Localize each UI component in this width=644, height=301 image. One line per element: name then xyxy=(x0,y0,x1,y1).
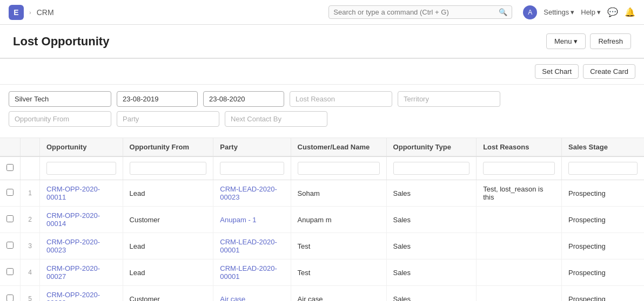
main-content: Set Chart Create Card Opportunity Opp xyxy=(0,58,644,301)
row-party[interactable]: Air case xyxy=(213,286,291,302)
table-row: 2 CRM-OPP-2020-00014 Customer Anupam - 1… xyxy=(0,207,644,233)
row-lost-reasons: Test, lost_reason is this xyxy=(477,180,562,207)
page-title: Lost Opportunity xyxy=(13,35,109,49)
table-row: 5 CRM-OPP-2020-00029 Customer Air case A… xyxy=(0,286,644,302)
filter-row-2 xyxy=(9,111,635,127)
row-opp-type: Sales xyxy=(386,180,477,207)
row-opportunity[interactable]: CRM-OPP-2020-00011 xyxy=(40,180,123,207)
party-filter[interactable] xyxy=(117,111,219,127)
filters-section xyxy=(0,85,644,138)
opp-search[interactable] xyxy=(46,162,116,175)
row-party[interactable]: Anupam - 1 xyxy=(213,207,291,233)
filter-row-1 xyxy=(9,91,635,107)
table-filter-row xyxy=(0,156,644,180)
row-checkbox[interactable] xyxy=(0,233,21,259)
refresh-button[interactable]: Refresh xyxy=(590,33,631,49)
row-sales-stage: Prospecting xyxy=(561,180,644,207)
col-party[interactable]: Party xyxy=(213,138,291,156)
row-party[interactable]: CRM-LEAD-2020-00001 xyxy=(213,259,291,286)
notification-icon[interactable]: 🔔 xyxy=(625,7,635,17)
table-container: Opportunity Opportunity From Party Custo… xyxy=(0,138,644,301)
row-select[interactable] xyxy=(6,295,14,301)
table-row: 4 CRM-OPP-2020-00027 Lead CRM-LEAD-2020-… xyxy=(0,259,644,286)
row-select[interactable] xyxy=(6,268,14,275)
filter-num xyxy=(21,156,40,180)
row-lost-reasons xyxy=(477,233,562,259)
territory-filter[interactable] xyxy=(398,91,500,107)
col-num xyxy=(21,138,40,156)
filter-party-input[interactable] xyxy=(213,156,291,180)
col-opp-from[interactable]: Opportunity From xyxy=(123,138,213,156)
row-select[interactable] xyxy=(6,215,14,222)
create-card-button[interactable]: Create Card xyxy=(583,64,635,79)
row-opp-type: Sales xyxy=(386,233,477,259)
opp-from-search[interactable] xyxy=(130,162,207,175)
row-opp-type: Sales xyxy=(386,259,477,286)
toolbar-row: Set Chart Create Card xyxy=(0,59,644,85)
row-opportunity[interactable]: CRM-OPP-2020-00023 xyxy=(40,233,123,259)
row-opportunity[interactable]: CRM-OPP-2020-00014 xyxy=(40,207,123,233)
row-select[interactable] xyxy=(6,242,14,249)
table-header-row: Opportunity Opportunity From Party Custo… xyxy=(0,138,644,156)
date-to-filter[interactable] xyxy=(203,91,284,107)
row-customer-lead: Anupam m xyxy=(291,207,386,233)
row-opp-from: Customer xyxy=(123,286,213,302)
row-number: 2 xyxy=(21,207,40,233)
col-opp-type[interactable]: Opportunity Type xyxy=(386,138,477,156)
row-opportunity[interactable]: CRM-OPP-2020-00029 xyxy=(40,286,123,302)
row-party[interactable]: CRM-LEAD-2020-00023 xyxy=(213,180,291,207)
party-search[interactable] xyxy=(220,162,284,175)
navbar-right: A Settings ▾ Help ▾ 💬 🔔 xyxy=(523,5,635,19)
col-sales-stage[interactable]: Sales Stage xyxy=(561,138,644,156)
company-filter[interactable] xyxy=(9,91,111,107)
row-checkbox[interactable] xyxy=(0,207,21,233)
settings-button[interactable]: Settings ▾ xyxy=(544,8,574,16)
row-sales-stage: Prospecting xyxy=(561,286,644,302)
data-table: Opportunity Opportunity From Party Custo… xyxy=(0,138,644,301)
row-sales-stage: Prospecting xyxy=(561,207,644,233)
row-opportunity[interactable]: CRM-OPP-2020-00027 xyxy=(40,259,123,286)
sales-stage-search[interactable] xyxy=(568,162,638,175)
avatar: A xyxy=(523,5,537,19)
filter-lost-reasons-input[interactable] xyxy=(477,156,562,180)
filter-opp-input[interactable] xyxy=(40,156,123,180)
navbar: E › CRM 🔍 A Settings ▾ Help ▾ 💬 🔔 xyxy=(0,0,644,25)
opp-type-search[interactable] xyxy=(393,162,470,175)
row-checkbox[interactable] xyxy=(0,180,21,207)
row-lost-reasons xyxy=(477,207,562,233)
row-party[interactable]: CRM-LEAD-2020-00001 xyxy=(213,233,291,259)
col-lost-reasons[interactable]: Lost Reasons xyxy=(477,138,562,156)
chat-icon[interactable]: 💬 xyxy=(607,7,618,17)
row-checkbox[interactable] xyxy=(0,259,21,286)
row-number: 1 xyxy=(21,180,40,207)
col-customer-lead[interactable]: Customer/Lead Name xyxy=(291,138,386,156)
global-search[interactable]: 🔍 xyxy=(328,5,512,19)
search-input[interactable] xyxy=(333,8,495,16)
row-customer-lead: Test xyxy=(291,233,386,259)
row-sales-stage: Prospecting xyxy=(561,233,644,259)
breadcrumb-crm[interactable]: CRM xyxy=(37,8,54,17)
col-checkbox xyxy=(0,138,21,156)
filter-opp-from-input[interactable] xyxy=(123,156,213,180)
lost-reasons-search[interactable] xyxy=(483,162,555,175)
menu-button[interactable]: Menu ▾ xyxy=(546,33,586,49)
opp-from-filter[interactable] xyxy=(9,111,111,127)
row-lost-reasons xyxy=(477,259,562,286)
breadcrumb-chevron: › xyxy=(29,9,31,16)
row-number: 4 xyxy=(21,259,40,286)
filter-customer-input[interactable] xyxy=(291,156,386,180)
help-button[interactable]: Help ▾ xyxy=(581,8,601,16)
row-number: 3 xyxy=(21,233,40,259)
customer-search[interactable] xyxy=(298,162,380,175)
set-chart-button[interactable]: Set Chart xyxy=(535,64,579,79)
filter-opp-type-input[interactable] xyxy=(386,156,477,180)
table-row: 1 CRM-OPP-2020-00011 Lead CRM-LEAD-2020-… xyxy=(0,180,644,207)
col-opportunity[interactable]: Opportunity xyxy=(40,138,123,156)
filter-sales-stage-input[interactable] xyxy=(561,156,644,180)
lost-reason-filter[interactable] xyxy=(290,91,392,107)
select-all-checkbox[interactable] xyxy=(6,164,14,171)
next-contact-filter[interactable] xyxy=(225,111,327,127)
row-checkbox[interactable] xyxy=(0,286,21,302)
row-select[interactable] xyxy=(6,189,14,196)
date-from-filter[interactable] xyxy=(117,91,198,107)
